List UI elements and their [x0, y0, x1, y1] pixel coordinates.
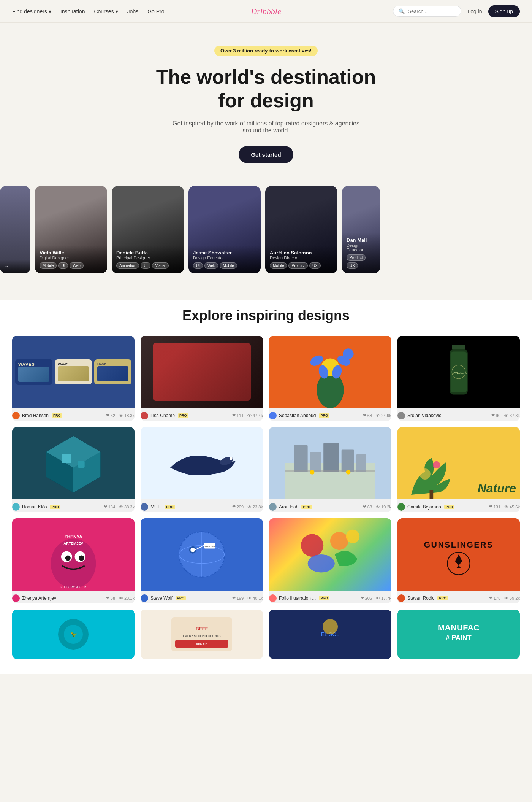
grid-item-7[interactable]: Nature Camilo Bejarano PRO ❤ 131 👁 45.6k	[397, 427, 520, 512]
svg-rect-16	[62, 454, 71, 463]
designs-grid-row1: WAVES WAVE HAVE Brad Hansen PRO	[12, 336, 520, 421]
grid-item-2[interactable]: Sebastian Abboud PRO ❤ 68 👁 24.9k	[269, 336, 391, 421]
courses-menu[interactable]: Courses ▾	[94, 8, 118, 14]
svg-rect-17	[78, 461, 85, 468]
hero-section: Over 3 million ready-to-work creatives! …	[0, 23, 532, 178]
svg-text:TRAVELLERS: TRAVELLERS	[450, 372, 467, 375]
svg-point-52	[346, 529, 360, 543]
svg-rect-23	[323, 443, 339, 472]
grid-item-8[interactable]: ZHENYA ARTEMJEV KITTY·MONSTER Zhenya Art…	[12, 518, 135, 603]
designer-card-partial-left[interactable]: ···	[0, 186, 30, 273]
logo[interactable]: Dribbble	[251, 6, 281, 16]
svg-text:MANUFAC: MANUFAC	[438, 623, 480, 632]
grid-item-p3[interactable]: EL SOL	[269, 610, 391, 659]
grid-item-info-5: MUTI PRO ❤ 209 👁 23.8k	[141, 499, 263, 512]
svg-marker-56	[455, 554, 462, 568]
grid-stats-1: ❤ 111 👁 47.4k	[232, 413, 263, 418]
grid-item-info-2: Sebastian Abboud PRO ❤ 68 👁 24.9k	[269, 408, 391, 421]
grid-stats-11: ❤ 178 👁 59.2k	[489, 596, 520, 600]
grid-item-11[interactable]: GUNSLINGERS Stevan Rodic PRO ❤ 178 👁 59.…	[397, 518, 520, 603]
grid-item-5[interactable]: MUTI PRO ❤ 209 👁 23.8k	[141, 427, 263, 512]
svg-point-27	[310, 470, 315, 475]
explore-section: Explore inspiring designs WAVES WAVE HAV…	[0, 300, 532, 674]
svg-text:ARTEMJEV: ARTEMJEV	[63, 541, 83, 545]
grid-stats-10: ❤ 205 👁 17.7k	[361, 596, 391, 600]
grid-item-6[interactable]: Aron leah PRO ❤ 68 👁 19.2k	[269, 427, 391, 512]
grid-item-1[interactable]: Lisa Champ PRO ❤ 111 👁 47.4k	[141, 336, 263, 421]
find-designers-menu[interactable]: Find designers ▾	[12, 8, 51, 14]
svg-rect-21	[294, 445, 308, 472]
designs-grid-row2: Roman Klčo PRO ❤ 184 👁 38.3k	[12, 427, 520, 512]
signup-button[interactable]: Sign up	[488, 5, 520, 17]
grid-author-7: Camilo Bejarano PRO	[397, 503, 454, 511]
grid-stats-2: ❤ 68 👁 24.9k	[363, 413, 391, 418]
designer-tags-4: Product UX	[347, 254, 375, 269]
designer-card-4[interactable]: Dan Mall Design Educator Product UX	[342, 186, 380, 273]
grid-author-5: MUTI PRO	[141, 503, 175, 511]
grid-item-p4[interactable]: MANUFAC # PAINT	[397, 610, 520, 659]
grid-stats-4: ❤ 184 👁 38.3k	[104, 504, 135, 509]
grid-item-p2[interactable]: BEEF EVERY SECOND COUNTS BEHIND	[141, 610, 263, 659]
svg-rect-25	[356, 454, 366, 472]
designer-card-2[interactable]: Jesse Showalter Design Educator UI Web M…	[188, 186, 261, 273]
svg-rect-24	[342, 449, 354, 472]
grid-item-3[interactable]: TRAVELLERS Srdjan Vidakovic ❤ 90 👁 37.8k	[397, 336, 520, 421]
search-input[interactable]	[408, 8, 456, 14]
svg-rect-22	[310, 452, 321, 472]
designer-card-0[interactable]: Victa Wille Digital Designer Mobile UI W…	[35, 186, 107, 273]
grid-item-0[interactable]: WAVES WAVE HAVE Brad Hansen PRO	[12, 336, 135, 421]
grid-author-9: Steve Wolf PRO	[141, 594, 186, 602]
search-bar[interactable]: 🔍	[393, 6, 461, 17]
designs-grid-row3: ZHENYA ARTEMJEV KITTY·MONSTER Zhenya Art…	[12, 518, 520, 603]
inspiration-link[interactable]: Inspiration	[60, 8, 85, 14]
svg-rect-31	[430, 490, 434, 499]
grid-item-4[interactable]: Roman Klčo PRO ❤ 184 👁 38.3k	[12, 427, 135, 512]
svg-point-30	[433, 461, 440, 468]
svg-rect-7	[452, 345, 466, 349]
svg-text:KITTY·MONSTER: KITTY·MONSTER	[60, 585, 86, 589]
explore-title: Explore inspiring designs	[12, 308, 520, 324]
nav-right: 🔍 Log in Sign up	[393, 5, 520, 17]
grid-author-0: Brad Hansen PRO	[12, 412, 62, 419]
svg-point-45	[190, 548, 195, 552]
grid-author-3: Srdjan Vidakovic	[397, 412, 441, 419]
designer-name-2: Jesse Showalter	[193, 250, 256, 256]
designer-tags-0: Mobile UI Web	[40, 262, 103, 269]
grid-item-10[interactable]: Folio Illustration ... PRO ❤ 205 👁 17.7k	[269, 518, 391, 603]
designer-name-0: Victa Wille	[40, 250, 103, 256]
svg-point-6	[343, 348, 354, 359]
designer-card-3[interactable]: Aurélien Salomon Design Director Mobile …	[265, 186, 337, 273]
svg-point-51	[308, 554, 335, 573]
grid-author-4: Roman Klčo PRO	[12, 503, 60, 511]
designs-grid-row4-partial: 🦖 BEEF EVERY SECOND COUNTS BEHIND EL SOL	[12, 610, 520, 659]
designer-name-4: Dan Mall	[347, 237, 375, 243]
grid-item-9[interactable]: Steve Wolf Steve Wolf PRO ❤ 199 👁 40.1k	[141, 518, 263, 603]
grid-item-info-0: Brad Hansen PRO ❤ 62 👁 18.3k	[12, 408, 135, 421]
login-button[interactable]: Log in	[467, 8, 482, 14]
svg-point-19	[230, 457, 233, 460]
grid-author-10: Folio Illustration ... PRO	[269, 594, 329, 602]
svg-text:BEHIND: BEHIND	[196, 643, 207, 646]
hero-subtitle: Get inspired by the work of millions of …	[171, 120, 361, 134]
designer-name-1: Daniele Buffa	[116, 250, 179, 256]
grid-item-p1[interactable]: 🦖	[12, 610, 135, 659]
grid-author-1: Lisa Champ PRO	[141, 412, 188, 419]
navbar: Find designers ▾ Inspiration Courses ▾ J…	[0, 0, 532, 23]
grid-stats-0: ❤ 62 👁 18.3k	[106, 413, 135, 418]
grid-item-info-9: Steve Wolf PRO ❤ 199 👁 40.1k	[141, 591, 263, 603]
chevron-down-icon-courses: ▾	[116, 8, 118, 14]
designer-card-1[interactable]: Daniele Buffa Principal Designer Animati…	[112, 186, 184, 273]
go-pro-link[interactable]: Go Pro	[147, 8, 164, 14]
designer-name-3: Aurélien Salomon	[270, 250, 333, 256]
jobs-link[interactable]: Jobs	[127, 8, 139, 14]
svg-point-49	[301, 534, 323, 556]
grid-item-info-4: Roman Klčo PRO ❤ 184 👁 38.3k	[12, 499, 135, 512]
grid-item-info-3: Srdjan Vidakovic ❤ 90 👁 37.8k	[397, 408, 520, 421]
get-started-button[interactable]: Get started	[239, 146, 293, 163]
grid-item-info-10: Folio Illustration ... PRO ❤ 205 👁 17.7k	[269, 591, 391, 603]
designer-tags-2: UI Web Mobile	[193, 262, 256, 269]
grid-stats-8: ❤ 68 👁 23.1k	[106, 596, 135, 600]
grid-stats-5: ❤ 209 👁 23.8k	[232, 504, 263, 509]
chevron-down-icon: ▾	[49, 8, 51, 14]
designer-tags-3: Mobile Product UX	[270, 262, 333, 269]
